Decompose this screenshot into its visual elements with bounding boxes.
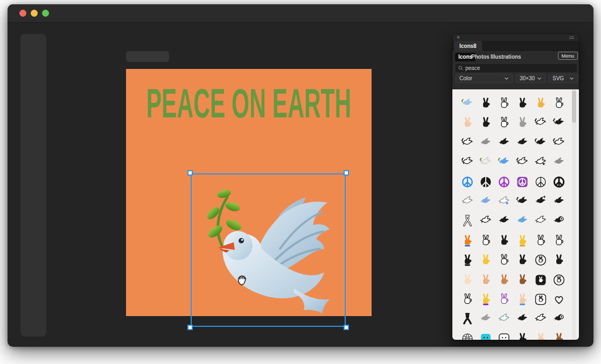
resize-handle-bottom-left[interactable] [187,325,193,330]
grid-icon-dove-white-branch[interactable] [479,156,492,169]
grid-icon-dove[interactable] [516,136,529,149]
grid-icon-heart-hands-outline[interactable] [553,293,565,306]
zoom-window-button[interactable] [42,10,49,17]
search-box[interactable] [456,64,577,72]
panel-flyout-menu-icon[interactable] [569,37,574,39]
grid-icon-dove-gray[interactable] [479,312,492,325]
grid-icon-peace-symbol-bold[interactable] [553,176,565,188]
grid-icon-victory-hand-outline[interactable] [461,293,474,306]
grid-icon-dove-branch-outline[interactable] [461,136,474,149]
grid-icon-victory-hand-yellow-cuff[interactable] [516,234,529,247]
minimize-window-button[interactable] [31,10,38,17]
grid-icon-peace-logo-circle[interactable] [553,274,565,286]
grid-icon-peace-symbol-thin[interactable] [534,176,547,188]
grid-icon-dove-heart-ukraine[interactable] [498,195,511,208]
grid-icon-dove-olive-branch-blue[interactable] [461,97,474,110]
grid-icon-victory-hand-orange-cuff[interactable] [461,234,474,247]
grid-icon-victory-skin-light[interactable] [461,274,474,286]
resize-handle-top-left[interactable] [187,170,193,176]
menu-button[interactable]: Menu [558,52,578,60]
tab-photos[interactable]: Photos [471,54,490,60]
close-window-button[interactable] [19,10,26,17]
grid-icon-dove-branch[interactable] [516,195,529,208]
grid-icon-victory-skin-dark[interactable] [516,274,529,286]
grid-icon-victory-hand-outline[interactable] [553,97,565,110]
grid-icon-dove-blue-branch[interactable] [498,156,511,169]
grid-icon-dove-outline-up[interactable] [534,312,547,325]
resize-handle-top-right[interactable] [344,170,349,176]
grid-icon-dove-emblem[interactable] [553,312,565,325]
grid-icon-victory-hand-base[interactable] [461,254,474,267]
grid-icon-victory-hand-outline[interactable] [498,254,511,267]
grid-icon-victory-hand-gray[interactable] [516,116,529,129]
grid-icon-victory-hand-outline[interactable] [534,234,547,247]
grid-icon-dove-branch-outline[interactable] [461,156,474,169]
filter-format-dropdown[interactable]: SVG [549,74,578,83]
grid-icon-victory-skin-light[interactable] [534,332,547,340]
grid-icon-dove-branch[interactable] [534,136,547,149]
filter-color-dropdown[interactable]: Color [456,74,513,83]
grid-icon-victory-circle-logo[interactable] [534,254,547,267]
grid-icon-victory-hand[interactable] [516,332,529,340]
resize-handle-bottom-right[interactable] [344,325,349,330]
grid-icon-dove-silhouette[interactable] [498,136,511,149]
artboard-name-pill[interactable] [126,51,169,62]
panel-close-icon[interactable]: × [457,34,460,41]
grid-icon-peace-symbol-app[interactable] [516,176,529,188]
grid-icon-dove-silhouette[interactable] [498,214,511,227]
grid-icon-peace-symbol-blue[interactable] [461,176,474,188]
grid-icon-victory-skin-medium-light[interactable] [479,274,492,286]
grid-icon-victory-badge-outline[interactable] [534,293,547,306]
panel-tab-icons8[interactable]: Icons8 [454,41,482,51]
grid-scrollbar[interactable] [572,89,576,340]
grid-icon-dove-outline-light[interactable] [534,214,547,227]
grid-icon-dove-branch-outline[interactable] [553,136,565,149]
grid-icon-dove-branch-outline[interactable] [534,116,547,129]
grid-icon-dove-hand-outline-teal[interactable] [498,312,511,325]
search-input[interactable] [465,65,574,71]
grid-icon-dove-outline-gray[interactable] [461,195,474,208]
filter-size-dropdown[interactable]: 30×30 [516,74,546,83]
grid-icon-victory-hand[interactable] [516,254,529,267]
grid-icon-victory-skin-dark[interactable] [553,332,565,340]
grid-icon-dove-outline[interactable] [479,214,492,227]
grid-icon-victory-skin-sleeve[interactable] [516,293,529,306]
grid-icon-peace-symbol-purple[interactable] [498,176,511,188]
grid-scrollbar-thumb[interactable] [572,90,576,123]
grid-icon-dove[interactable] [553,195,565,208]
grid-icon-dove-heart-outline[interactable] [534,156,547,169]
grid-icon-victory-hand[interactable] [498,234,511,247]
grid-icon-victory-hand-outline[interactable] [498,97,511,110]
grid-icon-victory-outline-purple[interactable] [498,293,511,306]
grid-icon-victory-hand-emoji[interactable] [534,97,547,110]
tab-illustrations[interactable]: Illustrations [491,54,521,60]
grid-icon-victory-hand-skin[interactable] [461,116,474,129]
grid-icon-dove[interactable] [516,312,529,325]
grid-icon-globe-doodle[interactable] [461,332,474,340]
grid-icon-dove-gray[interactable] [479,136,492,149]
grid-icon-app-badge-cyan[interactable] [479,332,492,340]
grid-icon-dove-flat-blue[interactable] [516,214,529,227]
grid-icon-victory-skin-medium[interactable] [498,274,511,286]
grid-icon-ribbon-black[interactable] [461,312,474,325]
grid-icon-dove-emblem[interactable] [553,214,565,227]
grid-icon-victory-hand[interactable] [553,254,565,267]
grid-icon-victory-hand-outline[interactable] [479,234,492,247]
grid-icon-victory-hand-outline[interactable] [498,116,511,129]
selection-bounding-box[interactable] [191,173,346,327]
grid-icon-victory-badge-black[interactable] [534,274,547,286]
grid-icon-victory-hand[interactable] [479,97,492,110]
grid-icon-victory-hand[interactable] [516,97,529,110]
grid-icon-victory-hand-emoji-yellow[interactable] [479,254,492,267]
grid-icon-victory-hand-outline[interactable] [553,234,565,247]
grid-icon-app-badge-outline[interactable] [498,332,511,340]
tools-panel[interactable] [20,34,46,337]
poster-title-text[interactable]: PEACE ON EARTH [180,81,317,125]
grid-icon-victory-hand[interactable] [479,116,492,129]
grid-icon-dove-blue[interactable] [479,195,492,208]
grid-icon-ribbon-outline[interactable] [461,214,474,227]
grid-icon-dove-sketch-outline[interactable] [516,156,529,169]
grid-icon-dove-branch[interactable] [553,116,565,129]
grid-icon-dove-gray[interactable] [553,156,565,169]
grid-icon-dove-cross[interactable] [534,195,547,208]
